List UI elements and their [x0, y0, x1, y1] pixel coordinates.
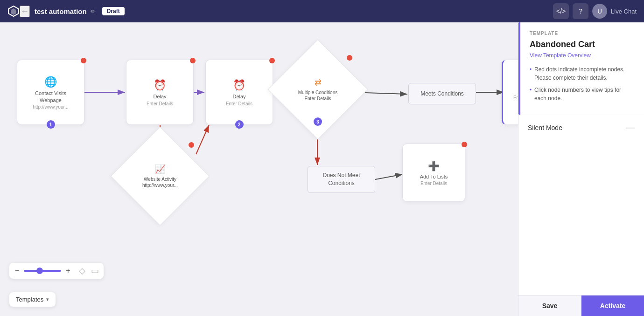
panel-tip-1: Red dots indicate incomplete nodes. Plea…	[530, 65, 635, 82]
canvas[interactable]: 🌐 Contact VisitsWebpage http://www.your.…	[0, 22, 518, 316]
clock-icon-2: ⏰	[233, 79, 245, 91]
meets-label: Meets Conditions	[420, 90, 464, 97]
node-website-activity[interactable]: 📈 Website Activityhttp://www.your...	[125, 141, 195, 211]
view-template-link[interactable]: View Template Overview	[530, 52, 635, 59]
silent-mode-row: Silent Mode —	[518, 115, 644, 140]
topnav: ← test automation ✏ Draft </> ? U Live C…	[0, 0, 644, 22]
livechat-label: Live Chat	[611, 8, 637, 15]
node-label-delay1: Delay	[153, 93, 166, 100]
node-sublabel-add: Enter D...	[513, 95, 518, 100]
node-multiple-conditions[interactable]: ⇄ Multiple ConditionsEnter Details 3	[282, 54, 353, 125]
main-layout: 🌐 Contact VisitsWebpage http://www.your.…	[0, 22, 644, 316]
logo-icon	[7, 5, 20, 17]
help-icon: ?	[579, 7, 582, 15]
accent-bar	[518, 22, 520, 115]
node-delay-2[interactable]: ⏰ Delay Enter Details 2	[205, 60, 273, 125]
webpage-icon: 🌐	[44, 76, 57, 88]
svg-line-10	[375, 174, 403, 179]
bottom-buttons: Save Activate	[518, 295, 644, 316]
node-label-contact: Contact VisitsWebpage	[35, 90, 66, 103]
panel-tip-2: Click node numbers to view tips for each…	[530, 86, 635, 103]
center-icon[interactable]: ◇	[79, 266, 85, 276]
incomplete-dot	[462, 142, 467, 147]
node-label-activity: Website Activityhttp://www.your...	[142, 176, 178, 188]
zoom-slider[interactable]	[24, 270, 61, 272]
incomplete-dot	[190, 58, 196, 63]
does-not-meet-label: Does Not MeetConditions	[322, 172, 360, 187]
node-badge-1: 1	[47, 120, 55, 129]
back-button[interactable]: ←	[20, 6, 30, 17]
node-label-addlists: Add To Lists	[420, 173, 448, 180]
node-meets-conditions[interactable]: Meets Conditions	[408, 83, 476, 104]
node-does-not-meet[interactable]: Does Not MeetConditions	[308, 166, 375, 193]
panel-template-label: TEMPLATE	[530, 31, 635, 36]
node-delay-1[interactable]: ⏰ Delay Enter Details	[126, 60, 194, 125]
svg-line-12	[196, 125, 209, 154]
node-sublabel-delay2: Enter Details	[226, 101, 252, 106]
node-add-partial[interactable]: Add Enter D...	[502, 60, 518, 125]
templates-label: Templates	[16, 296, 43, 303]
incomplete-dot	[189, 142, 194, 148]
zoom-out-button[interactable]: −	[14, 267, 20, 275]
node-label-delay2: Delay	[232, 93, 245, 100]
help-button[interactable]: ?	[573, 3, 588, 19]
avatar-initial: U	[597, 8, 602, 15]
node-sublabel-contact: http://www.your...	[33, 104, 68, 110]
save-button[interactable]: Save	[518, 295, 581, 316]
node-badge-2: 2	[235, 120, 244, 129]
zoom-controls: − + ◇ ▭	[9, 263, 104, 279]
incomplete-dot	[269, 58, 275, 63]
edit-icon[interactable]: ✏	[91, 8, 96, 15]
panel-template-section: TEMPLATE Abandoned Cart View Template Ov…	[518, 22, 644, 115]
node-sublabel-addlists: Enter Details	[420, 181, 447, 186]
incomplete-dot	[347, 55, 352, 61]
addlist-icon: ➕	[428, 160, 440, 172]
page-title: test automation	[35, 7, 87, 15]
node-label-conditions: Multiple ConditionsEnter Details	[298, 89, 338, 102]
code-icon: </>	[556, 7, 566, 15]
incomplete-dot	[81, 58, 86, 63]
silent-mode-toggle[interactable]: —	[626, 123, 635, 132]
svg-marker-1	[11, 8, 16, 15]
right-panel: TEMPLATE Abandoned Cart View Template Ov…	[518, 22, 644, 316]
chevron-down-icon: ▾	[46, 296, 49, 302]
panel-title: Abandoned Cart	[530, 40, 635, 49]
draft-badge: Draft	[102, 7, 125, 15]
node-contact-visits[interactable]: 🌐 Contact VisitsWebpage http://www.your.…	[17, 60, 84, 125]
templates-bar[interactable]: Templates ▾	[9, 292, 56, 307]
code-button[interactable]: </>	[553, 3, 569, 19]
activate-button[interactable]: Activate	[581, 295, 644, 316]
silent-mode-label: Silent Mode	[528, 124, 562, 131]
node-badge-3: 3	[314, 117, 322, 126]
avatar[interactable]: U	[592, 4, 607, 19]
fit-icon[interactable]: ▭	[91, 266, 99, 276]
activity-icon: 📈	[155, 164, 165, 174]
conditions-icon: ⇄	[315, 77, 322, 88]
zoom-in-button[interactable]: +	[65, 267, 71, 275]
node-sublabel-delay1: Enter Details	[147, 101, 173, 106]
node-add-to-lists[interactable]: ➕ Add To Lists Enter Details	[402, 144, 465, 202]
clock-icon-1: ⏰	[154, 79, 166, 91]
